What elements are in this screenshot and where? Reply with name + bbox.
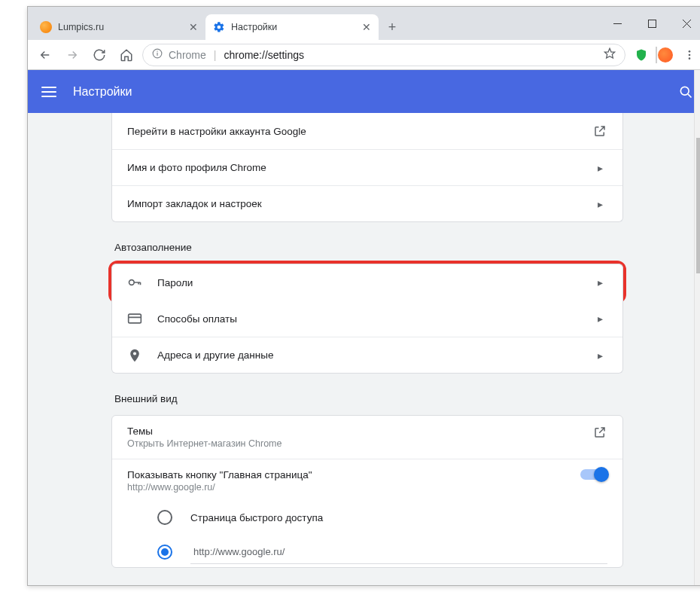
svg-rect-2 <box>157 53 157 56</box>
forward-button[interactable] <box>61 44 84 66</box>
svg-point-6 <box>689 53 691 56</box>
svg-marker-4 <box>604 48 614 58</box>
svg-rect-0 <box>648 20 656 27</box>
row-label: Адреса и другие данные <box>157 349 577 361</box>
radio-icon[interactable] <box>157 510 172 525</box>
chevron-right-icon: ▸ <box>592 198 607 210</box>
addresses-row[interactable]: Адреса и другие данные ▸ <box>112 337 622 373</box>
appearance-card: Темы Открыть Интернет-магазин Chrome Пок… <box>111 415 623 568</box>
chevron-right-icon: ▸ <box>592 313 607 325</box>
credit-card-icon <box>127 311 142 326</box>
shield-icon[interactable] <box>630 44 653 66</box>
close-window-button[interactable] <box>669 11 700 35</box>
home-button-toggle-row[interactable]: Показывать кнопку "Главная страница" htt… <box>112 459 622 502</box>
autofill-card-rest: Способы оплаты ▸ Адреса и другие данные … <box>111 300 623 374</box>
external-link-icon <box>592 426 607 439</box>
menu-icon[interactable] <box>41 87 56 97</box>
reload-button[interactable] <box>88 44 111 66</box>
passwords-highlight: Пароли ▸ <box>108 261 626 304</box>
url-sep: | <box>214 49 217 61</box>
account-card: Перейти в настройки аккаунта Google Имя … <box>111 113 623 222</box>
url-scheme: Chrome <box>169 49 206 61</box>
home-button[interactable] <box>115 44 138 66</box>
close-icon[interactable]: ✕ <box>189 21 198 33</box>
lumpics-favicon <box>40 21 52 33</box>
browser-window: Lumpics.ru ✕ Настройки ✕ + <box>27 6 700 586</box>
row-subtext: http://www.google.ru/ <box>127 482 565 493</box>
svg-point-5 <box>689 50 691 53</box>
row-label: Пароли <box>157 277 577 288</box>
passwords-row[interactable]: Пароли ▸ <box>112 264 622 300</box>
location-pin-icon <box>127 348 142 363</box>
section-appearance-title: Внешний вид <box>114 393 623 404</box>
google-account-settings-row[interactable]: Перейти в настройки аккаунта Google <box>112 113 622 149</box>
tab-title: Lumpics.ru <box>58 22 183 32</box>
window-scrollbar[interactable] <box>694 70 700 585</box>
toolbar: Chrome | chrome://settings <box>28 40 700 70</box>
titlebar: Lumpics.ru ✕ Настройки ✕ + <box>28 7 700 40</box>
minimize-button[interactable] <box>600 11 635 35</box>
tab-strip: Lumpics.ru ✕ Настройки ✕ + <box>28 7 600 40</box>
row-label: Перейти в настройки аккаунта Google <box>127 126 577 137</box>
tab-title: Настройки <box>231 22 356 32</box>
new-tab-button[interactable]: + <box>382 17 403 38</box>
close-icon[interactable]: ✕ <box>362 21 371 33</box>
key-icon <box>127 275 142 290</box>
chevron-right-icon: ▸ <box>592 162 607 174</box>
address-bar[interactable]: Chrome | chrome://settings <box>142 44 625 66</box>
bookmark-star-icon[interactable] <box>604 47 616 62</box>
row-label: Импорт закладок и настроек <box>127 198 577 209</box>
profile-name-row[interactable]: Имя и фото профиля Chrome ▸ <box>112 149 622 185</box>
radio-icon[interactable] <box>157 545 172 560</box>
radio-custom-url[interactable] <box>112 532 622 567</box>
row-label: Темы <box>127 426 577 437</box>
settings-header: Настройки <box>28 70 700 113</box>
svg-point-9 <box>129 280 135 285</box>
menu-button[interactable] <box>678 44 700 66</box>
payment-methods-row[interactable]: Способы оплаты ▸ <box>112 300 622 337</box>
external-link-icon <box>592 124 607 138</box>
row-label: Способы оплаты <box>157 313 577 325</box>
window-controls <box>600 7 700 40</box>
svg-rect-10 <box>129 314 142 323</box>
section-autofill-title: Автозаполнение <box>114 242 623 253</box>
row-label: Имя и фото профиля Chrome <box>127 162 577 173</box>
gear-icon <box>213 21 225 33</box>
search-icon[interactable] <box>678 84 693 99</box>
settings-body[interactable]: Перейти в настройки аккаунта Google Имя … <box>28 113 700 585</box>
row-label: Показывать кнопку "Главная страница" <box>127 469 565 480</box>
chevron-right-icon: ▸ <box>592 276 607 288</box>
themes-row[interactable]: Темы Открыть Интернет-магазин Chrome <box>112 416 622 459</box>
home-url-input[interactable] <box>190 540 607 564</box>
radio-quick-access[interactable]: Страница быстрого доступа <box>112 502 622 532</box>
back-button[interactable] <box>34 44 56 66</box>
toolbar-right-icons <box>630 44 700 66</box>
home-button-toggle[interactable] <box>580 469 607 480</box>
svg-point-7 <box>689 57 691 59</box>
page-title: Настройки <box>73 85 132 99</box>
radio-label: Страница быстрого доступа <box>190 512 323 523</box>
tab-lumpics[interactable]: Lumpics.ru ✕ <box>32 14 205 40</box>
extension-icon[interactable] <box>654 44 677 66</box>
import-bookmarks-row[interactable]: Импорт закладок и настроек ▸ <box>112 185 622 221</box>
maximize-button[interactable] <box>635 11 669 35</box>
site-info-icon[interactable] <box>152 48 163 61</box>
row-subtext: Открыть Интернет-магазин Chrome <box>127 438 577 449</box>
scrollbar-thumb[interactable] <box>696 138 700 273</box>
svg-rect-3 <box>157 51 157 52</box>
url-path: chrome://settings <box>224 49 304 61</box>
svg-point-8 <box>680 87 689 95</box>
chevron-right-icon: ▸ <box>592 349 607 362</box>
tab-settings[interactable]: Настройки ✕ <box>205 14 379 40</box>
content-area: Настройки Перейти в настройки аккаунта G… <box>28 70 700 585</box>
